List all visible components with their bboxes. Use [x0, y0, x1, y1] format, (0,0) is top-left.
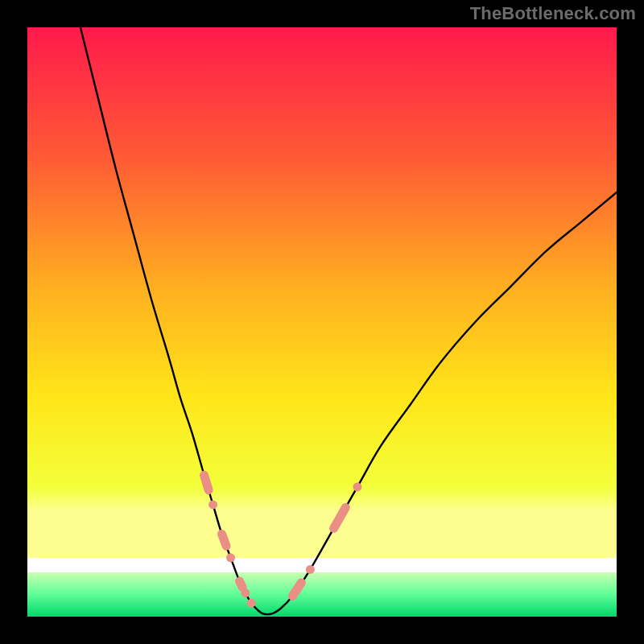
- dot-point: [247, 599, 256, 608]
- dot-capsule: [240, 581, 243, 587]
- dot-point: [241, 588, 250, 597]
- chart-svg: [0, 0, 644, 644]
- plot-background: [27, 27, 617, 617]
- dot-point: [353, 482, 361, 491]
- dot-point: [306, 565, 315, 574]
- dot-capsule: [222, 535, 226, 547]
- dot-point: [226, 553, 235, 562]
- dot-capsule: [204, 475, 208, 489]
- chart-frame: TheBottleneck.com: [0, 0, 644, 644]
- dot-point: [208, 500, 217, 509]
- watermark-text: TheBottleneck.com: [470, 3, 636, 24]
